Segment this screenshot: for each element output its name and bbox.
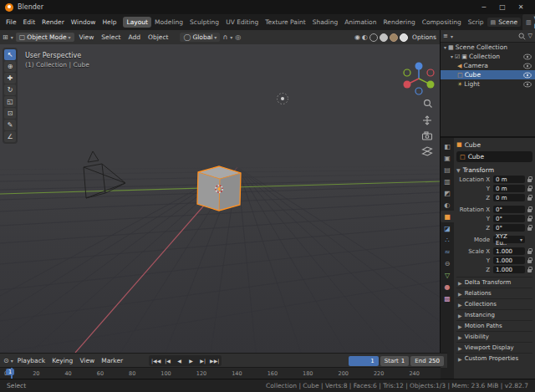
- workspace-tab-scripting[interactable]: Scrip: [465, 17, 487, 28]
- menu-window[interactable]: Window: [68, 18, 99, 27]
- lock-icon[interactable]: [527, 206, 532, 213]
- scale-tool[interactable]: ◱: [4, 96, 16, 107]
- gizmo-z-neg[interactable]: [415, 88, 422, 94]
- jump-to-start-button[interactable]: |◀◀: [150, 356, 161, 365]
- lock-icon[interactable]: [527, 267, 532, 273]
- cursor-tool[interactable]: ⊕: [4, 61, 16, 72]
- outliner-row-camera[interactable]: ◀ Camera: [441, 61, 535, 70]
- properties-tab-constraints[interactable]: ⊖: [441, 257, 454, 269]
- rotation-z-input[interactable]: 0°: [493, 224, 525, 232]
- workspace-tab-uv-editing[interactable]: UV Editing: [222, 17, 262, 28]
- expand-arrow-icon[interactable]: ▾: [444, 44, 446, 50]
- visibility-eye-icon[interactable]: [523, 81, 532, 88]
- lock-icon[interactable]: [527, 186, 532, 192]
- overlays-icon[interactable]: ◐: [362, 33, 368, 41]
- menu-file[interactable]: File: [3, 18, 20, 27]
- transform-orientation-dropdown[interactable]: ◯ Global ▾: [180, 33, 220, 42]
- rotation-x-input[interactable]: 0°: [493, 206, 525, 213]
- timeline-view-menu[interactable]: View: [77, 356, 97, 365]
- camera-view-icon[interactable]: [423, 132, 432, 140]
- outliner-row-cube[interactable]: □ Cube: [441, 70, 535, 79]
- location-x-input[interactable]: 0 m: [493, 176, 525, 183]
- transform-tool[interactable]: ⊡: [4, 108, 16, 119]
- zoom-icon[interactable]: [425, 100, 432, 108]
- properties-tab-physics[interactable]: ≈: [441, 246, 454, 257]
- visibility-eye-icon[interactable]: [523, 53, 532, 60]
- scale-x-input[interactable]: 1.000: [493, 247, 525, 255]
- section-viewport-display[interactable]: ▶Viewport Display: [456, 342, 532, 353]
- lock-icon[interactable]: [527, 195, 532, 201]
- location-z-input[interactable]: 0 m: [493, 194, 525, 201]
- properties-tab-world[interactable]: ◐: [441, 199, 454, 211]
- keying-menu[interactable]: Keying: [49, 356, 75, 365]
- viewport-3d[interactable]: ↖ ⊕ ✚ ↻ ◱ ⊡ ✎ ∠ User Perspective (1) Col…: [0, 44, 441, 353]
- frame-end-field[interactable]: End250: [410, 356, 444, 366]
- expand-arrow-icon[interactable]: ▾: [451, 53, 453, 59]
- section-custom-properties[interactable]: ▶Custom Properties: [456, 353, 532, 364]
- lock-icon[interactable]: [527, 248, 532, 255]
- section-delta-transform[interactable]: ▶Delta Transform: [456, 277, 532, 288]
- move-tool[interactable]: ✚: [4, 73, 16, 84]
- gizmo-x-neg[interactable]: [427, 69, 434, 76]
- rotation-mode-dropdown[interactable]: XYZ Eu..▾: [493, 236, 525, 243]
- visibility-eye-icon[interactable]: [523, 63, 532, 69]
- play-button[interactable]: ▶: [186, 356, 196, 365]
- jump-to-end-button[interactable]: ▶▶|: [209, 356, 220, 365]
- section-relations[interactable]: ▶Relations: [456, 288, 532, 298]
- transform-section-header[interactable]: ▼ Transform: [456, 165, 532, 175]
- properties-tab-particles[interactable]: ∴: [441, 234, 454, 246]
- view-layer-selector[interactable]: ▥ View Layer: [522, 14, 535, 31]
- search-icon[interactable]: [518, 33, 526, 40]
- gizmo-y-neg[interactable]: [404, 69, 410, 76]
- workspace-tab-sculpting[interactable]: Sculpting: [186, 17, 222, 28]
- section-collections[interactable]: ▶Collections: [456, 298, 532, 309]
- current-frame-field[interactable]: 1: [349, 356, 379, 366]
- section-motion-paths[interactable]: ▶Motion Paths: [456, 320, 532, 331]
- visibility-eye-icon[interactable]: [523, 72, 532, 79]
- outliner-row-collection[interactable]: ▾ ☑ ▣ Collection: [441, 52, 535, 61]
- workspace-tab-animation[interactable]: Animation: [341, 17, 380, 28]
- options-dropdown[interactable]: Options: [410, 33, 439, 42]
- object-name-field[interactable]: □ Cube: [456, 151, 532, 162]
- proportional-editing-icon[interactable]: ◎: [235, 33, 241, 41]
- shading-material-button[interactable]: [390, 33, 398, 42]
- gizmo-x-axis[interactable]: [404, 81, 411, 89]
- menu-help[interactable]: Help: [99, 18, 120, 27]
- play-reverse-button[interactable]: ◀: [174, 356, 185, 365]
- menu-edit[interactable]: Edit: [20, 18, 39, 27]
- shading-solid-button[interactable]: [380, 33, 388, 42]
- frame-start-field[interactable]: Start1: [380, 356, 410, 366]
- filter-icon[interactable]: ▽: [528, 33, 532, 39]
- editor-type-icon[interactable]: ⊞: [3, 33, 8, 41]
- outliner-row-light[interactable]: ☀ Light: [441, 79, 535, 89]
- scale-y-input[interactable]: 1.000: [493, 257, 525, 264]
- properties-tab-texture[interactable]: ▩: [441, 293, 454, 304]
- toggle-perspective-icon[interactable]: [423, 147, 432, 155]
- editor-type-icon[interactable]: ⊙: [3, 357, 9, 364]
- section-instancing[interactable]: ▶Instancing: [456, 309, 532, 320]
- scale-z-input[interactable]: 1.000: [493, 266, 525, 273]
- properties-tab-render[interactable]: ▣: [441, 152, 454, 164]
- navigation-gizmo[interactable]: [404, 63, 435, 95]
- object-menu[interactable]: Object: [145, 33, 171, 42]
- lock-icon[interactable]: [527, 216, 532, 222]
- properties-tab-material[interactable]: ●: [441, 281, 454, 293]
- mode-dropdown[interactable]: ▢ Object Mode ▾: [16, 33, 74, 42]
- workspace-tab-shading[interactable]: Shading: [309, 17, 341, 28]
- snap-magnet-icon[interactable]: ∩: [222, 33, 227, 41]
- pan-hand-icon[interactable]: [423, 116, 431, 125]
- measure-tool[interactable]: ∠: [4, 131, 16, 142]
- workspace-tab-rendering[interactable]: Rendering: [380, 17, 418, 28]
- viewport-scene[interactable]: [0, 44, 441, 353]
- select-menu[interactable]: Select: [99, 33, 123, 42]
- location-y-input[interactable]: 0 m: [493, 185, 525, 192]
- collection-checkbox[interactable]: ☑: [455, 53, 460, 60]
- lock-icon[interactable]: [527, 176, 532, 183]
- gizmo-z-axis[interactable]: [415, 63, 423, 70]
- show-gizmo-icon[interactable]: ◉: [354, 33, 360, 41]
- shading-rendered-button[interactable]: [400, 33, 408, 42]
- lock-icon[interactable]: [527, 257, 532, 264]
- workspace-tab-texture-paint[interactable]: Texture Paint: [262, 17, 308, 28]
- select-box-tool[interactable]: ↖: [4, 49, 16, 60]
- titlebar[interactable]: Blender ─ □ ✕: [0, 0, 535, 14]
